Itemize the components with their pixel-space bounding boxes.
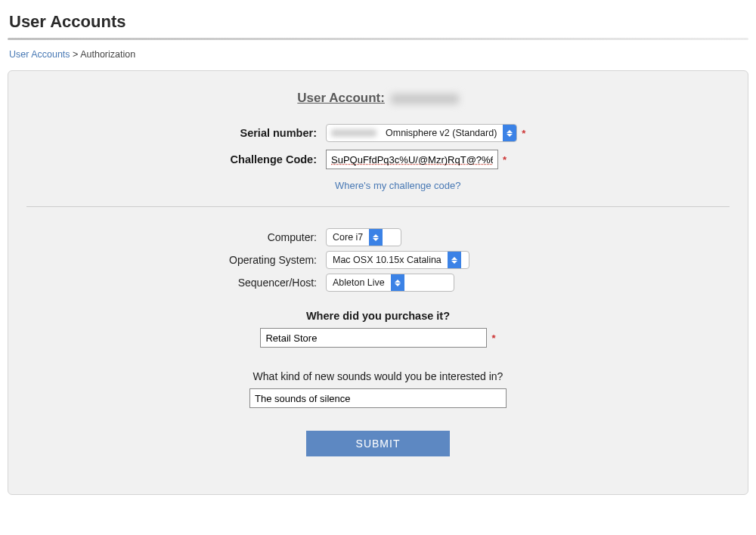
breadcrumb-current: Authorization — [80, 49, 135, 60]
computer-value: Core i7 — [327, 232, 369, 243]
host-select[interactable]: Ableton Live — [326, 274, 454, 292]
chevron-updown-icon — [391, 274, 404, 292]
os-row: Operating System: Mac OSX 10.15x Catalin… — [23, 251, 733, 269]
challenge-help-link[interactable]: Where's my challenge code? — [335, 180, 461, 191]
challenge-code-input[interactable] — [326, 150, 498, 169]
host-label: Sequencer/Host: — [23, 277, 326, 289]
authorization-panel: User Account: Serial number: Omnisphere … — [8, 70, 748, 495]
serial-code-redacted — [331, 129, 376, 137]
purchase-label: Where did you purchase it? — [23, 310, 733, 322]
breadcrumb: User Accounts > Authorization — [8, 46, 748, 70]
os-select[interactable]: Mac OSX 10.15x Catalina — [326, 251, 469, 269]
page-title: User Accounts — [8, 8, 748, 38]
account-name-redacted — [391, 94, 459, 104]
computer-row: Computer: Core i7 — [23, 228, 733, 246]
host-value: Ableton Live — [327, 277, 391, 288]
serial-number-select[interactable]: Omnisphere v2 (Standard) — [326, 124, 517, 142]
os-label: Operating System: — [23, 254, 326, 266]
breadcrumb-separator: > — [73, 49, 78, 60]
chevron-updown-icon — [503, 124, 516, 142]
chevron-updown-icon — [448, 251, 461, 269]
divider — [26, 206, 730, 207]
computer-label: Computer: — [23, 231, 326, 243]
purchase-input[interactable] — [260, 328, 487, 348]
challenge-help-row: Where's my challenge code? — [335, 177, 733, 191]
submit-button[interactable]: SUBMIT — [306, 431, 450, 456]
account-header: User Account: — [23, 91, 733, 106]
purchase-row: * — [23, 328, 733, 348]
computer-select[interactable]: Core i7 — [326, 228, 401, 246]
challenge-code-row: Challenge Code: * — [23, 150, 733, 169]
account-header-label: User Account: — [297, 91, 385, 105]
challenge-code-label: Challenge Code: — [23, 153, 326, 165]
breadcrumb-root-link[interactable]: User Accounts — [9, 49, 70, 60]
serial-product-text: Omnisphere v2 (Standard) — [381, 128, 503, 138]
host-row: Sequencer/Host: Ableton Live — [23, 274, 733, 292]
required-indicator: * — [522, 128, 525, 139]
sounds-label: What kind of new sounds would you be int… — [23, 370, 733, 382]
required-indicator: * — [491, 332, 495, 344]
required-indicator: * — [503, 154, 507, 165]
chevron-updown-icon — [369, 228, 383, 246]
os-value: Mac OSX 10.15x Catalina — [327, 255, 448, 265]
serial-number-label: Serial number: — [23, 127, 326, 139]
sounds-row — [23, 388, 733, 408]
serial-number-row: Serial number: Omnisphere v2 (Standard) … — [23, 124, 733, 142]
sounds-input[interactable] — [249, 388, 507, 408]
title-divider — [8, 38, 748, 40]
